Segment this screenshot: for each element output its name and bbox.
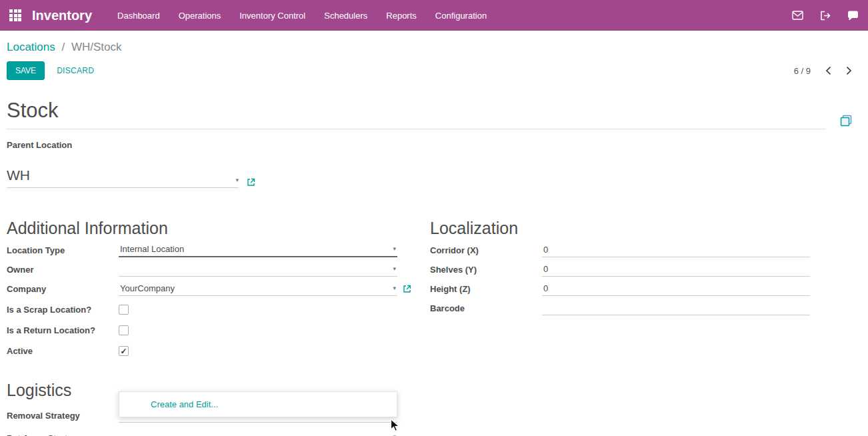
putaway-strategy-field[interactable]: ▾ (119, 431, 397, 436)
breadcrumb: Locations / WH/Stock (0, 31, 868, 54)
right-column: Localization Corridor (X) 0 Shelves (Y) … (430, 219, 861, 436)
messages-envelope-icon[interactable] (792, 11, 803, 20)
barcode-label: Barcode (430, 303, 542, 313)
breadcrumb-separator: / (62, 41, 65, 53)
app-title[interactable]: Inventory (32, 8, 92, 23)
parent-location-row: WH ▾ (7, 167, 861, 188)
return-checkbox[interactable] (119, 325, 129, 335)
corridor-value: 0 (543, 245, 548, 255)
record-title[interactable]: Stock (7, 99, 825, 129)
discard-button[interactable]: DISCARD (57, 66, 94, 75)
external-link-icon[interactable] (403, 285, 411, 293)
height-label: Height (Z) (430, 284, 542, 294)
additional-info-heading: Additional Information (7, 219, 430, 238)
check-icon: ✓ (120, 347, 127, 356)
pager: 6 / 9 (794, 66, 861, 76)
removal-strategy-label: Removal Strategy (7, 411, 119, 421)
pager-next-icon[interactable] (846, 66, 852, 75)
parent-location-field[interactable]: WH ▾ (7, 167, 239, 188)
shelves-value: 0 (543, 264, 548, 274)
owner-label: Owner (7, 265, 119, 275)
field-row-return: Is a Return Location? (7, 323, 430, 337)
location-type-value: Internal Location (120, 244, 184, 254)
active-label: Active (7, 346, 119, 356)
top-menu: Dashboard Operations Inventory Control S… (117, 11, 487, 21)
field-row-corridor: Corridor (X) 0 (430, 243, 810, 257)
chevron-down-icon[interactable]: ▾ (393, 246, 396, 252)
apps-grid-icon[interactable] (9, 9, 21, 21)
menu-dashboard[interactable]: Dashboard (117, 11, 160, 21)
breadcrumb-current: WH/Stock (71, 41, 122, 53)
autocomplete-dropdown: Create and Edit... (119, 391, 397, 417)
pager-prev-icon[interactable] (825, 66, 831, 75)
parent-location-label: Parent Location (7, 140, 861, 150)
field-row-active: Active ✓ (7, 344, 430, 358)
topbar-icons (792, 11, 859, 21)
corridor-field[interactable]: 0 (542, 244, 810, 257)
chat-bubble-icon[interactable] (847, 11, 859, 21)
external-link-icon[interactable] (247, 178, 255, 187)
field-row-company: Company YourCompany ▾ (7, 282, 430, 296)
field-row-owner: Owner ▾ (7, 263, 430, 277)
translate-icon[interactable] (840, 115, 852, 127)
logout-icon[interactable] (820, 11, 831, 21)
chevron-down-icon[interactable]: ▾ (393, 266, 396, 272)
chevron-down-icon[interactable]: ▾ (235, 177, 239, 183)
height-field[interactable]: 0 (542, 283, 810, 296)
breadcrumb-parent-link[interactable]: Locations (7, 41, 55, 53)
menu-schedulers[interactable]: Schedulers (324, 11, 367, 21)
topbar: Inventory Dashboard Operations Inventory… (0, 0, 868, 31)
pager-value: 6 / 9 (794, 66, 811, 76)
parent-location-value[interactable]: WH (7, 167, 30, 183)
company-label: Company (7, 284, 119, 294)
return-label: Is a Return Location? (7, 325, 119, 335)
field-row-height: Height (Z) 0 (430, 282, 810, 296)
shelves-label: Shelves (Y) (430, 265, 542, 275)
title-row: Stock (7, 99, 861, 129)
save-button[interactable]: SAVE (7, 61, 45, 80)
chevron-down-icon[interactable]: ▾ (393, 285, 396, 291)
menu-inventory-control[interactable]: Inventory Control (239, 11, 305, 21)
localization-heading: Localization (430, 219, 810, 238)
field-row-barcode: Barcode (430, 301, 810, 315)
shelves-field[interactable]: 0 (542, 263, 810, 277)
field-row-scrap: Is a Scrap Location? (7, 303, 430, 317)
field-row-putaway-strategy: Put Away Strategy ▾ (7, 431, 430, 436)
field-row-shelves: Shelves (Y) 0 (430, 263, 810, 277)
menu-operations[interactable]: Operations (179, 11, 221, 21)
create-and-edit-option[interactable]: Create and Edit... (119, 392, 397, 417)
scrap-checkbox[interactable] (119, 305, 129, 315)
location-type-field[interactable]: Internal Location ▾ (119, 243, 397, 257)
form-sheet: Stock Parent Location WH ▾ Additional In… (0, 99, 868, 436)
menu-reports[interactable]: Reports (386, 11, 417, 21)
menu-configuration[interactable]: Configuration (435, 11, 487, 21)
active-checkbox[interactable]: ✓ (119, 346, 129, 356)
action-row: SAVE DISCARD 6 / 9 (0, 54, 868, 80)
location-type-label: Location Type (7, 245, 119, 255)
putaway-strategy-input[interactable] (120, 432, 393, 436)
field-row-location-type: Location Type Internal Location ▾ (7, 243, 430, 257)
company-value: YourCompany (120, 283, 175, 293)
barcode-field[interactable] (542, 302, 810, 315)
corridor-label: Corridor (X) (430, 245, 542, 255)
putaway-strategy-label: Put Away Strategy (7, 433, 119, 436)
height-value: 0 (543, 283, 548, 293)
owner-field[interactable]: ▾ (119, 263, 397, 277)
scrap-label: Is a Scrap Location? (7, 305, 119, 315)
company-field[interactable]: YourCompany ▾ (119, 283, 397, 296)
